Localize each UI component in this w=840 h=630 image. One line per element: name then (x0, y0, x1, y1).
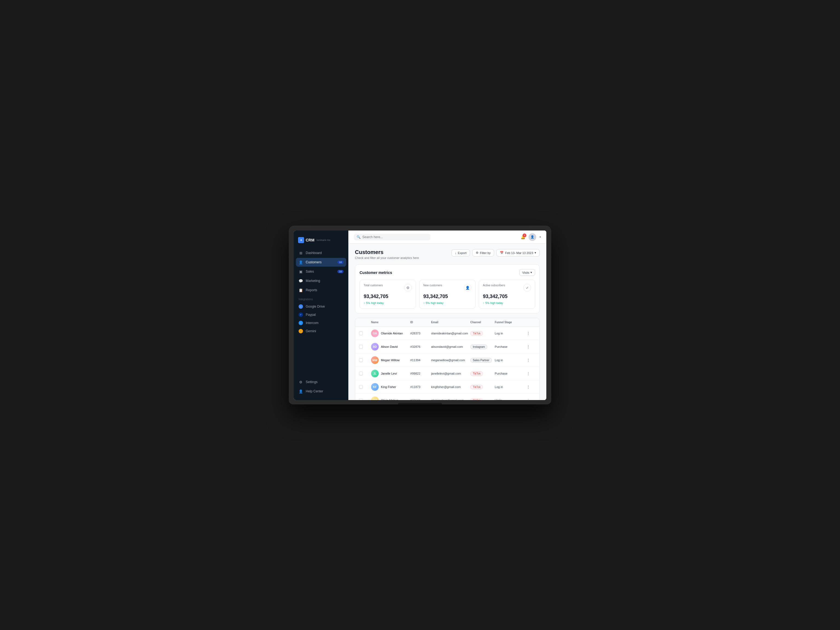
row-check[interactable] (359, 332, 369, 335)
integration-label: Paypal (306, 313, 316, 317)
sidebar-nav: ⊞ Dashboard 👤 Customers 10 ▣ Sales 10 💬 … (294, 249, 348, 294)
logo-icon: ✦ (298, 237, 304, 243)
integration-label: Google Drive (306, 305, 325, 308)
export-button[interactable]: ↓ Export (452, 249, 470, 256)
customer-name: Janelle Levi (381, 372, 397, 375)
sidebar-item-customers[interactable]: 👤 Customers 10 (296, 258, 346, 267)
settings-icon: ⚙ (298, 380, 303, 384)
channel-badge: TikTok (470, 398, 483, 400)
row-more[interactable]: ⋮ (525, 357, 536, 363)
more-button[interactable]: ⋮ (525, 384, 532, 390)
customer-cell: OM Olivia Mabun (371, 396, 408, 400)
customer-avatar: OM (371, 396, 379, 400)
customer-funnel: Log in (495, 385, 523, 388)
camera-notch (409, 226, 431, 229)
sidebar-item-help-center[interactable]: 👤 Help Center (296, 387, 346, 396)
page-header: Customers Check and filter all your cust… (355, 249, 540, 259)
sidebar-item-google-drive[interactable]: ▲ Google Drive (296, 302, 346, 311)
sidebar-item-label: Customers (306, 260, 322, 264)
sidebar-item-sales[interactable]: ▣ Sales 10 (296, 267, 346, 276)
th-actions (525, 321, 536, 324)
sidebar-item-dashboard[interactable]: ⊞ Dashboard (296, 249, 346, 257)
reports-icon: 📋 (298, 288, 303, 292)
customer-channel: TikTok (470, 398, 493, 400)
row-more[interactable]: ⋮ (525, 398, 536, 400)
th-name: Name (371, 321, 408, 324)
laptop-base (289, 400, 551, 404)
sidebar-item-marketing[interactable]: 💬 Marketing (296, 276, 346, 285)
row-check[interactable] (359, 345, 369, 349)
user-avatar[interactable]: 👤 (529, 233, 536, 241)
customer-funnel: Log in (495, 358, 523, 362)
filter-button[interactable]: ⚙ Filter by (472, 249, 494, 256)
google-drive-icon: ▲ (298, 304, 303, 309)
download-icon: ↓ (455, 251, 456, 254)
metric-value-total: 93,342,705 (364, 294, 412, 299)
sidebar-item-gemini[interactable]: ✦ Gemini (296, 327, 346, 335)
row-check[interactable] (359, 372, 369, 376)
customer-name: Alison David (381, 345, 398, 348)
trend-text: high today (371, 302, 384, 305)
page-content: Customers Check and filter all your cust… (348, 244, 546, 400)
customer-email: olamideakintan@gmail.com (431, 332, 468, 335)
customer-email: kingfisher@gmail.com (431, 385, 468, 388)
laptop-screen: ✦ CRM luminarix Inc ⊞ Dashboard 👤 Custom… (294, 231, 546, 400)
topbar: 🔍 🔔 3 👤 ▾ (348, 231, 546, 244)
channel-badge: Sales Partner (470, 358, 492, 363)
integrations-label: Integrations (294, 294, 348, 302)
notifications-button[interactable]: 🔔 3 (521, 235, 525, 240)
sidebar-item-settings[interactable]: ⚙ Settings (296, 377, 346, 386)
sidebar-bottom: ⚙ Settings 👤 Help Center (294, 377, 348, 396)
customer-avatar: MW (371, 356, 379, 364)
row-check[interactable] (359, 358, 369, 362)
metric-trend-active: ↑ 5% high today (483, 302, 531, 305)
customer-name: Megan Willow (381, 358, 399, 362)
trend-text: high today (490, 302, 503, 305)
app-sub: luminarix Inc (317, 239, 331, 242)
app-logo: ✦ CRM luminarix Inc (294, 235, 348, 249)
sidebar-item-paypal[interactable]: P Paypal (296, 311, 346, 319)
visits-dropdown[interactable]: Visits ▾ (519, 269, 535, 276)
date-range-button[interactable]: 📅 Feb 13- Mar 13 2023 ▾ (496, 249, 540, 256)
search-input[interactable] (362, 235, 428, 239)
customer-channel: Instagram (470, 344, 493, 349)
integration-label: Gemini (306, 329, 316, 333)
row-more[interactable]: ⋮ (525, 384, 536, 390)
more-button[interactable]: ⋮ (525, 398, 532, 400)
sidebar-item-label: Sales (306, 270, 314, 273)
topbar-right: 🔔 3 👤 ▾ (521, 233, 541, 241)
metric-card-new: New customers 👤 93,342,705 ↑ 5% high tod… (419, 280, 475, 309)
more-button[interactable]: ⋮ (525, 331, 532, 336)
metrics-header: Customer metrics Visits ▾ (360, 269, 535, 276)
row-more[interactable]: ⋮ (525, 371, 536, 376)
more-button[interactable]: ⋮ (525, 371, 532, 376)
sidebar-item-intercom[interactable]: ● Intercom (296, 319, 346, 327)
trend-up-icon: ↑ (423, 302, 425, 305)
metric-icon-new: 👤 (464, 284, 471, 292)
search-box[interactable]: 🔍 (354, 234, 430, 240)
sales-badge: 10 (338, 270, 343, 273)
sidebar-item-reports[interactable]: 📋 Reports (296, 286, 346, 294)
customers-table: Name ID Email Channel Funnel Stage OA Ol… (355, 318, 540, 400)
table-row: MW Megan Willow #11394 meganwillow@gmail… (355, 354, 540, 367)
sales-icon: ▣ (298, 269, 303, 274)
customer-id: #28373 (411, 332, 429, 335)
more-button[interactable]: ⋮ (525, 357, 532, 363)
customer-channel: TikTok (470, 385, 493, 389)
channel-badge: TikTok (470, 371, 483, 376)
customer-name: King Fisher (381, 385, 396, 388)
trend-text: high today (431, 302, 443, 305)
metrics-section: Customer metrics Visits ▾ Total customer… (355, 264, 540, 313)
th-check (359, 321, 369, 324)
trend-percent: 5% (426, 302, 429, 305)
row-more[interactable]: ⋮ (525, 331, 536, 336)
notification-badge: 3 (523, 234, 526, 237)
row-check[interactable] (359, 385, 369, 389)
filter-icon: ⚙ (476, 251, 478, 254)
metric-label: Active subscribers (483, 284, 505, 287)
row-more[interactable]: ⋮ (525, 344, 536, 349)
app-name: CRM (306, 238, 314, 242)
more-button[interactable]: ⋮ (525, 344, 532, 349)
channel-badge: TikTok (470, 385, 483, 389)
customer-name: Olamide Akintan (381, 332, 403, 335)
